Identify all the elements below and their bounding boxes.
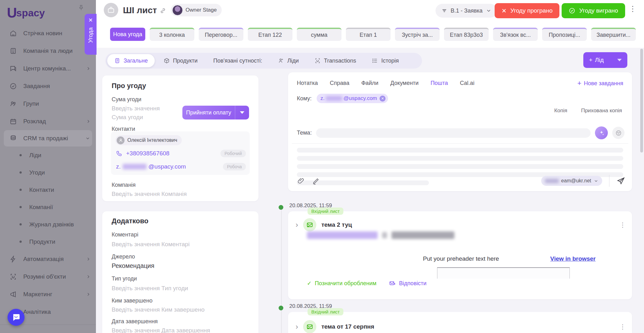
closed-by-placeholder[interactable]: Введіть значення Ким завершено xyxy=(112,306,204,313)
bullet-icon xyxy=(19,206,22,208)
copy-link-icon[interactable] xyxy=(159,7,166,14)
incoming-mail-badge: Вхідний лист xyxy=(308,308,343,315)
company-placeholder[interactable]: Введіть значення Компанія xyxy=(112,191,187,197)
email-actions: ✓ Позначити обробленим Відповісти xyxy=(307,280,426,287)
deal-lost-button[interactable]: ✕ Угоду програно xyxy=(495,3,559,18)
tab-documents[interactable]: Документи xyxy=(390,80,419,86)
tab-note[interactable]: Нотатка xyxy=(297,80,318,86)
contact-email[interactable]: z. xyxy=(116,163,121,170)
accept-payment-button[interactable]: Прийняти оплату xyxy=(182,106,249,119)
sidebar-subitem-contacts[interactable]: Контакти xyxy=(0,181,96,198)
contact-phone[interactable]: +380938567608 xyxy=(126,150,169,157)
stage-pill[interactable]: Етап 83р3о3 xyxy=(444,28,489,41)
smart-objects-icon xyxy=(9,273,17,280)
new-task-button[interactable]: + Нове завдання xyxy=(577,79,623,87)
pipeline-select[interactable]: B.1 - Заявка xyxy=(436,4,497,18)
sidebar-subitem-products[interactable]: Продукти xyxy=(0,233,96,250)
deal-won-button[interactable]: Угоду виграно xyxy=(562,3,625,18)
stage-pill[interactable]: Переговор... xyxy=(199,28,243,41)
sidebar-item-smart-objects[interactable]: Розумні об'єкти xyxy=(0,268,96,286)
cc-button[interactable]: Копія xyxy=(554,108,567,114)
signature-icon[interactable] xyxy=(312,177,320,185)
stage-pill[interactable]: Завершити... xyxy=(591,28,636,41)
ai-assistant-button[interactable] xyxy=(595,126,608,139)
tab-products[interactable]: Продукти xyxy=(157,54,204,67)
sidebar-subitem-call-log[interactable]: Журнал дзвінків xyxy=(0,216,96,233)
contact-email-domain[interactable]: @uspacy.com xyxy=(148,163,186,170)
sender-account-select[interactable]: eam@ukr.net xyxy=(541,176,602,186)
more-actions-menu[interactable]: ⋮ xyxy=(629,5,636,13)
stage-pipeline: Нова угода 3 колонка Переговор... Етап 1… xyxy=(110,28,636,41)
amount-placeholder[interactable]: Сума угоди xyxy=(112,114,143,121)
owner-stage-chip[interactable]: Owner Stage xyxy=(171,4,222,16)
stage-pill-active[interactable]: Нова угода xyxy=(110,28,145,41)
view-in-browser-link[interactable]: View in browser xyxy=(519,255,626,262)
sidebar-subitem-deals[interactable]: Угоди xyxy=(0,164,96,181)
lightning-icon xyxy=(9,255,17,263)
sidebar-item-crm[interactable]: CRM та продажі xyxy=(4,130,92,147)
remove-recipient-icon[interactable]: ✕ xyxy=(380,96,386,102)
amount-placeholder[interactable]: Введіть значення xyxy=(112,105,160,112)
recipient-chip[interactable]: z. @uspacy.com ✕ xyxy=(317,94,388,103)
tab-mail[interactable]: Пошта xyxy=(430,80,448,86)
close-icon[interactable]: ✕ xyxy=(88,17,93,24)
contact-chip[interactable]: Олексій Інтелектович xyxy=(115,135,182,145)
sidebar-subitem-companies[interactable]: Компанії xyxy=(0,198,96,216)
expand-chevron-icon[interactable]: › xyxy=(296,322,298,331)
page-title: ШІ лист xyxy=(123,5,157,15)
sidebar-item-automation[interactable]: Автоматизація xyxy=(0,250,96,268)
send-icon[interactable] xyxy=(616,176,625,185)
stage-pill[interactable]: Етап 1 xyxy=(346,28,391,41)
chat-bubble-icon xyxy=(11,313,21,322)
sidebar-item-schedule[interactable]: Розклад xyxy=(0,113,96,130)
email-more-menu[interactable]: ⋮ xyxy=(619,222,626,228)
to-field[interactable]: Кому: z. @uspacy.com ✕ xyxy=(297,94,388,103)
source-value[interactable]: Рекомендация xyxy=(112,262,154,269)
tab-related-entities[interactable]: Пов'язані сутності: xyxy=(206,54,269,67)
reply-button[interactable]: Відповісти xyxy=(389,280,426,287)
sidebar-subitem-leads[interactable]: Ліди xyxy=(0,147,96,164)
sidebar-item-marketing[interactable]: Маркетинг xyxy=(0,286,96,303)
tab-transactions[interactable]: Transactions xyxy=(308,54,363,67)
scrollbar[interactable] xyxy=(640,49,643,153)
close-date-placeholder[interactable]: Введіть значення Дата завершення xyxy=(112,327,210,333)
deal-panel-tab[interactable]: ✕ Угода xyxy=(85,14,97,55)
comments-placeholder[interactable]: Введіть значення Коментарі xyxy=(112,241,190,248)
stage-pill[interactable]: Етап 122 xyxy=(248,28,292,41)
bcc-button[interactable]: Прихована копія xyxy=(581,108,622,114)
support-chat-button[interactable] xyxy=(8,309,25,326)
stage-pill[interactable]: Зв'язок вс... xyxy=(493,28,538,41)
email-more-menu[interactable]: ⋮ xyxy=(619,324,626,330)
stage-pill[interactable]: Пропозиці... xyxy=(542,28,587,41)
chevron-down-icon[interactable] xyxy=(617,59,622,61)
sidebar-item-groups[interactable]: Групи xyxy=(0,95,96,113)
sidebar-item-communication-center[interactable]: Центр комуніка... xyxy=(0,60,96,77)
attach-file-icon[interactable] xyxy=(297,177,305,185)
stage-pill[interactable]: 3 колонка xyxy=(150,28,194,41)
tab-leads[interactable]: Ліди xyxy=(271,54,306,67)
mark-processed-button[interactable]: ✓ Позначити обробленим xyxy=(307,280,376,287)
tab-general[interactable]: Загальне xyxy=(107,54,155,67)
expand-chevron-icon[interactable]: › xyxy=(296,220,298,229)
activity-tabs: Нотатка Справа Файли Документи Пошта Cal… xyxy=(297,80,475,86)
payment-dropdown[interactable] xyxy=(235,106,249,119)
email-subject[interactable]: тема 2 туц xyxy=(321,221,352,228)
composer-divider xyxy=(292,143,628,144)
amount-label: Сума угоди xyxy=(112,96,142,103)
tab-files[interactable]: Файли xyxy=(361,80,378,86)
sidebar-item-newsfeed[interactable]: Стрічка новин xyxy=(0,25,96,42)
sidebar-item-company-people[interactable]: Компанія та люди xyxy=(0,42,96,60)
stage-pill[interactable]: сумма xyxy=(297,28,341,41)
sidebar-item-tasks[interactable]: Завдання xyxy=(0,77,96,95)
tab-activity[interactable]: Справа xyxy=(330,80,349,86)
stage-pill[interactable]: Зустріч за... xyxy=(395,28,440,41)
tab-history[interactable]: Історія xyxy=(365,54,406,67)
email-subject[interactable]: тема от 17 серпня xyxy=(321,323,374,330)
uspacy-logo[interactable]: U spacy xyxy=(7,5,45,21)
emoji-button[interactable] xyxy=(612,127,625,139)
add-lead-button[interactable]: + Лід xyxy=(583,52,627,68)
tab-calai[interactable]: Cal.ai xyxy=(460,80,475,86)
subject-input[interactable] xyxy=(316,128,591,138)
pin-icon[interactable] xyxy=(78,4,85,11)
deal-type-placeholder[interactable]: Введіть значення Тип угоди xyxy=(112,285,188,292)
